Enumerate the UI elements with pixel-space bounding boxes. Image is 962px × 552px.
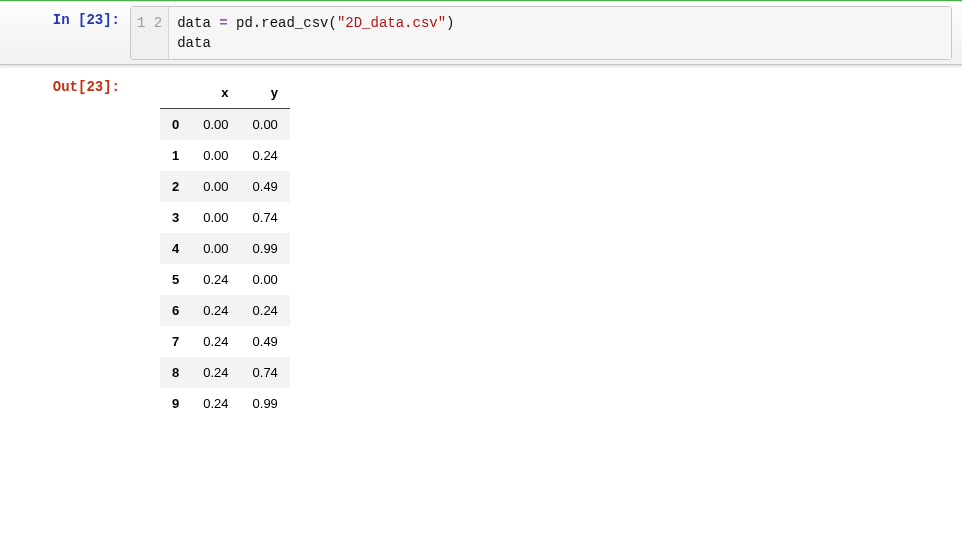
table-row: 80.240.74 xyxy=(160,357,290,388)
table-row: 60.240.24 xyxy=(160,295,290,326)
table-cell: 0.00 xyxy=(241,264,290,295)
table-body: 00.000.0010.000.2420.000.4930.000.7440.0… xyxy=(160,109,290,420)
table-cell: 0.24 xyxy=(191,326,240,357)
table-row: 90.240.99 xyxy=(160,388,290,419)
table-row: 20.000.49 xyxy=(160,171,290,202)
table-column-header: y xyxy=(241,77,290,109)
output-prompt: Out[23]: xyxy=(0,73,130,95)
table-cell: 0.00 xyxy=(241,109,290,141)
output-body: xy 00.000.0010.000.2420.000.4930.000.744… xyxy=(130,73,290,419)
table-cell: 0.49 xyxy=(241,326,290,357)
row-index: 0 xyxy=(160,109,191,141)
code-token: ( xyxy=(328,15,336,31)
table-column-header: x xyxy=(191,77,240,109)
code-token: read_csv xyxy=(261,15,328,31)
row-index: 2 xyxy=(160,171,191,202)
table-cell: 0.74 xyxy=(241,202,290,233)
table-row: 30.000.74 xyxy=(160,202,290,233)
table-header-blank xyxy=(160,77,191,109)
table-cell: 0.24 xyxy=(191,295,240,326)
row-index: 7 xyxy=(160,326,191,357)
row-index: 9 xyxy=(160,388,191,419)
line-number-gutter: 1 2 xyxy=(131,7,169,59)
code-token: . xyxy=(253,15,261,31)
table-cell: 0.99 xyxy=(241,233,290,264)
table-cell: 0.00 xyxy=(191,140,240,171)
code-token: data xyxy=(177,15,219,31)
table-cell: 0.00 xyxy=(191,233,240,264)
row-index: 5 xyxy=(160,264,191,295)
notebook-cell: In [23]: 1 2 data = pd.read_csv("2D_data… xyxy=(0,0,962,419)
table-cell: 0.00 xyxy=(191,109,240,141)
code-token: data xyxy=(177,35,211,51)
dataframe-table: xy 00.000.0010.000.2420.000.4930.000.744… xyxy=(160,77,290,419)
row-index: 1 xyxy=(160,140,191,171)
code-token: "2D_data.csv" xyxy=(337,15,446,31)
table-cell: 0.00 xyxy=(191,171,240,202)
table-cell: 0.99 xyxy=(241,388,290,419)
code-token: = xyxy=(219,15,227,31)
table-cell: 0.00 xyxy=(191,202,240,233)
input-cell: In [23]: 1 2 data = pd.read_csv("2D_data… xyxy=(0,1,962,65)
table-cell: 0.24 xyxy=(191,357,240,388)
row-index: 6 xyxy=(160,295,191,326)
table-cell: 0.24 xyxy=(241,140,290,171)
table-header-row: xy xyxy=(160,77,290,109)
row-index: 8 xyxy=(160,357,191,388)
row-index: 3 xyxy=(160,202,191,233)
code-editor[interactable]: 1 2 data = pd.read_csv("2D_data.csv") da… xyxy=(130,6,952,60)
table-cell: 0.24 xyxy=(191,388,240,419)
table-row: 40.000.99 xyxy=(160,233,290,264)
table-row: 00.000.00 xyxy=(160,109,290,141)
table-cell: 0.24 xyxy=(241,295,290,326)
table-cell: 0.49 xyxy=(241,171,290,202)
code-token: pd xyxy=(228,15,253,31)
table-cell: 0.24 xyxy=(191,264,240,295)
table-row: 50.240.00 xyxy=(160,264,290,295)
code-body[interactable]: data = pd.read_csv("2D_data.csv") data xyxy=(169,7,951,59)
table-row: 70.240.49 xyxy=(160,326,290,357)
table-cell: 0.74 xyxy=(241,357,290,388)
input-prompt: In [23]: xyxy=(0,6,130,28)
code-token: ) xyxy=(446,15,454,31)
row-index: 4 xyxy=(160,233,191,264)
output-cell: Out[23]: xy 00.000.0010.000.2420.000.493… xyxy=(0,73,962,419)
table-row: 10.000.24 xyxy=(160,140,290,171)
